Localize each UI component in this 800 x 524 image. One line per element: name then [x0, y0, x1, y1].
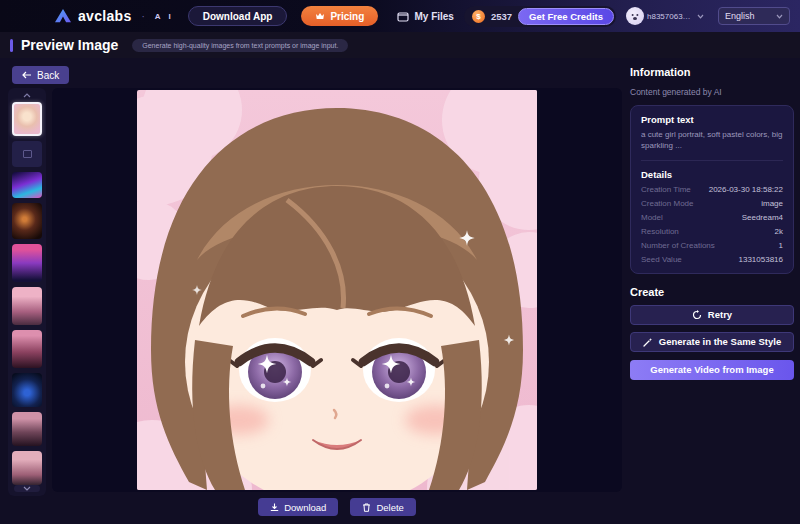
generate-video-button[interactable]: Generate Video from Image	[630, 360, 794, 380]
arrow-left-icon	[22, 71, 32, 79]
detail-value: 1	[779, 241, 783, 250]
detail-label: Model	[641, 213, 663, 222]
brand-separator: ·	[141, 11, 144, 22]
detail-label: Number of Creations	[641, 241, 715, 250]
scroll-up-button[interactable]	[23, 92, 31, 100]
thumbnail-item[interactable]	[12, 172, 42, 198]
detail-row-number-of-creations: Number of Creations 1	[641, 241, 783, 250]
thumbnail-item[interactable]	[12, 244, 42, 282]
detail-value: 2k	[775, 227, 783, 236]
coin-icon: $	[472, 10, 485, 23]
thumbnail-item[interactable]	[12, 330, 42, 368]
app-root: avclabs · A I Download App Pricing My Fi…	[0, 0, 800, 524]
brand-suffix: A I	[155, 12, 174, 21]
credits-pill: $ 2537 Get Free Credits	[464, 6, 616, 27]
detail-value: 1331053816	[739, 255, 784, 264]
information-panel: Information Content generated by AI Prom…	[630, 66, 794, 380]
language-value: English	[725, 11, 755, 21]
image-action-bar: Download Delete	[52, 498, 622, 516]
header-right: My Files $ 2537 Get Free Credits h835706…	[397, 6, 790, 27]
crown-icon	[315, 12, 325, 21]
chevron-down-icon	[697, 14, 704, 19]
thumbnail-item[interactable]	[12, 373, 42, 407]
thumbnail-sidebar	[8, 88, 46, 496]
detail-label: Resolution	[641, 227, 679, 236]
refresh-icon	[692, 310, 702, 320]
detail-label: Creation Time	[641, 185, 691, 194]
detail-label: Seed Value	[641, 255, 682, 264]
folder-icon	[397, 11, 409, 22]
detail-value: Seedream4	[742, 213, 783, 222]
thumbnail-item-selected[interactable]	[12, 102, 42, 136]
thumbnail-item[interactable]	[12, 451, 42, 485]
get-free-credits-button[interactable]: Get Free Credits	[518, 8, 614, 25]
page-title: Preview Image	[21, 37, 118, 53]
brand-name: avclabs	[78, 8, 131, 24]
download-icon	[270, 503, 279, 512]
page-subtitle: Generate high-quality images from text p…	[132, 39, 348, 52]
image-placeholder-icon	[23, 150, 32, 158]
detail-value: 2026-03-30 18:58:22	[709, 185, 783, 194]
preview-canvas	[52, 88, 622, 492]
prompt-text-label: Prompt text	[641, 114, 783, 125]
retry-button[interactable]: Retry	[630, 305, 794, 325]
detail-row-resolution: Resolution 2k	[641, 227, 783, 236]
download-button[interactable]: Download	[258, 498, 338, 516]
title-accent-bar	[10, 39, 13, 52]
account-email: h835706389@outl...	[647, 12, 694, 21]
delete-button[interactable]: Delete	[350, 498, 415, 516]
thumbnail-item[interactable]	[12, 203, 42, 239]
detail-row-seed-value: Seed Value 1331053816	[641, 255, 783, 264]
download-app-button[interactable]: Download App	[188, 6, 288, 26]
create-heading: Create	[630, 286, 794, 298]
account-menu[interactable]: h835706389@outl...	[626, 7, 704, 25]
thumbnail-item[interactable]	[12, 412, 42, 446]
main-area: Back	[0, 58, 800, 524]
thumbnail-list	[12, 102, 42, 485]
trash-icon	[362, 503, 371, 512]
prompt-text-value: a cute girl portrait, soft pastel colors…	[641, 130, 783, 161]
detail-row-creation-mode: Creation Mode image	[641, 199, 783, 208]
thumbnail-item-placeholder[interactable]	[12, 141, 42, 167]
my-files-button[interactable]: My Files	[397, 11, 453, 22]
language-select[interactable]: English	[718, 7, 790, 25]
details-card: Prompt text a cute girl portrait, soft p…	[630, 105, 794, 274]
back-button[interactable]: Back	[12, 66, 69, 84]
generated-image[interactable]	[137, 90, 537, 490]
chevron-down-icon	[776, 14, 783, 19]
magic-wand-icon	[643, 337, 653, 347]
detail-row-creation-time: Creation Time 2026-03-30 18:58:22	[641, 185, 783, 194]
credits-count: 2537	[491, 11, 512, 22]
scroll-down-button[interactable]	[14, 485, 40, 492]
ai-generated-note: Content generated by AI	[630, 87, 794, 97]
user-avatar	[626, 7, 644, 25]
brand-logo[interactable]: avclabs · A I	[54, 8, 174, 24]
detail-value: image	[761, 199, 783, 208]
detail-row-model: Model Seedream4	[641, 213, 783, 222]
detail-label: Creation Mode	[641, 199, 693, 208]
page-title-bar: Preview Image Generate high-quality imag…	[0, 32, 800, 58]
avclabs-logo-icon	[54, 8, 72, 24]
pricing-button[interactable]: Pricing	[301, 6, 378, 26]
top-header: avclabs · A I Download App Pricing My Fi…	[0, 0, 800, 32]
thumbnail-item[interactable]	[12, 287, 42, 325]
details-label: Details	[641, 169, 783, 180]
information-heading: Information	[630, 66, 794, 78]
generate-same-style-button[interactable]: Generate in the Same Style	[630, 332, 794, 352]
